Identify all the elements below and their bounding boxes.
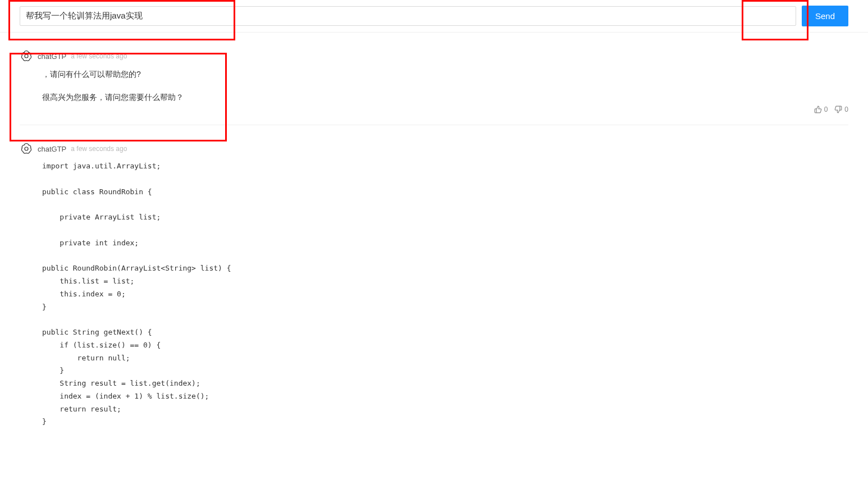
message-author: chatGTP: [38, 145, 66, 153]
openai-logo-icon: [20, 49, 33, 63]
message-timestamp: a few seconds ago: [71, 52, 127, 60]
code-block: import java.util.ArrayList; public class…: [42, 160, 848, 428]
thumbs-down-icon: [834, 106, 842, 113]
message-header: chatGTP a few seconds ago: [20, 142, 848, 156]
feedback-bar: 0 0: [814, 106, 848, 113]
message-content: ，请问有什么可以帮助您的? 很高兴为您服务，请问您需要什么帮助？: [42, 67, 848, 104]
message-timestamp: a few seconds ago: [71, 145, 127, 153]
message-header: chatGTP a few seconds ago: [20, 49, 848, 63]
svg-point-1: [25, 147, 28, 150]
avatar: [20, 142, 33, 156]
openai-logo-icon: [20, 142, 33, 156]
message-item: chatGTP a few seconds ago import java.ut…: [20, 125, 848, 440]
like-count: 0: [824, 106, 828, 113]
message-paragraph: 很高兴为您服务，请问您需要什么帮助？: [42, 90, 848, 104]
like-button[interactable]: 0: [814, 106, 828, 113]
dislike-button[interactable]: 0: [834, 106, 848, 113]
thumbs-up-icon: [814, 106, 822, 113]
message-input[interactable]: [20, 6, 796, 26]
dislike-count: 0: [844, 106, 848, 113]
message-paragraph: ，请问有什么可以帮助您的?: [42, 67, 848, 81]
message-content: import java.util.ArrayList; public class…: [42, 160, 848, 428]
message-item: chatGTP a few seconds ago ，请问有什么可以帮助您的? …: [20, 33, 848, 125]
avatar: [20, 49, 33, 63]
input-bar: Send: [0, 0, 868, 33]
svg-point-0: [25, 54, 28, 58]
send-button[interactable]: Send: [802, 6, 848, 26]
message-author: chatGTP: [38, 52, 66, 61]
message-list: chatGTP a few seconds ago ，请问有什么可以帮助您的? …: [0, 33, 868, 440]
